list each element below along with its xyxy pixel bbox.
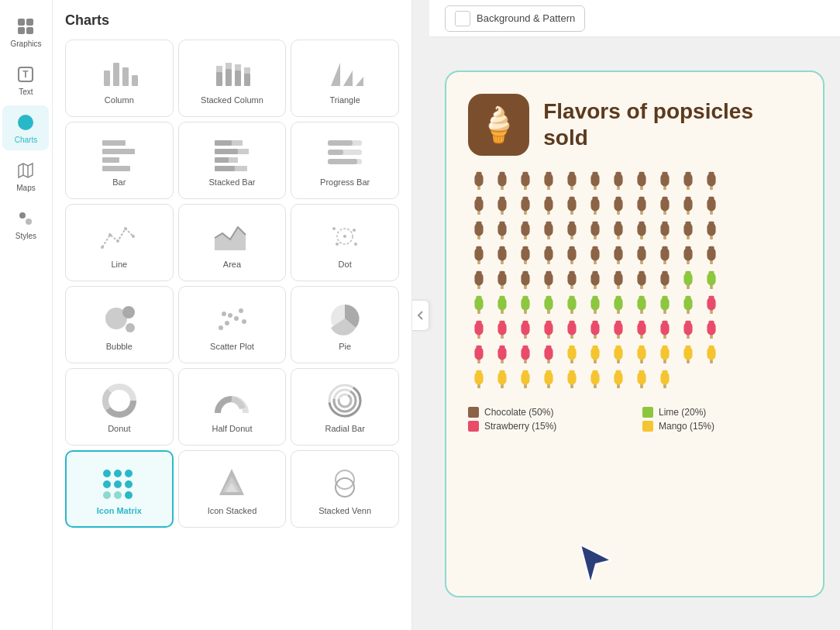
tile-stacked-column[interactable]: Stacked Column bbox=[178, 40, 287, 117]
tile-scatter-plot[interactable]: Scatter Plot bbox=[178, 286, 287, 363]
svg-rect-269 bbox=[567, 297, 576, 310]
sidebar-item-text[interactable]: T Text bbox=[2, 57, 49, 102]
svg-rect-113 bbox=[637, 173, 645, 186]
svg-rect-302 bbox=[567, 322, 576, 335]
svg-rect-105 bbox=[569, 171, 574, 174]
svg-rect-144 bbox=[615, 196, 621, 199]
background-pattern-button[interactable]: Background & Pattern bbox=[445, 5, 585, 32]
svg-rect-11 bbox=[104, 71, 110, 86]
tile-pie[interactable]: Pie bbox=[291, 286, 399, 363]
tile-donut[interactable]: Donut bbox=[65, 368, 174, 446]
svg-rect-224 bbox=[474, 272, 483, 285]
collapse-panel-button[interactable] bbox=[412, 300, 429, 331]
svg-rect-171 bbox=[569, 221, 574, 224]
svg-rect-282 bbox=[662, 295, 667, 298]
svg-point-44 bbox=[101, 246, 104, 249]
tile-half-donut[interactable]: Half Donut bbox=[178, 368, 287, 446]
svg-point-89 bbox=[336, 470, 354, 489]
svg-rect-147 bbox=[639, 196, 644, 199]
tile-column[interactable]: Column bbox=[65, 40, 174, 117]
svg-rect-0 bbox=[18, 19, 25, 26]
tile-bubble[interactable]: Bubble bbox=[65, 286, 174, 363]
half-donut-chart-icon bbox=[213, 382, 250, 419]
svg-point-46 bbox=[116, 239, 119, 243]
svg-rect-137 bbox=[567, 198, 576, 211]
tile-icon-matrix[interactable]: Icon Matrix bbox=[65, 450, 174, 528]
svg-rect-264 bbox=[522, 295, 528, 298]
svg-point-48 bbox=[132, 235, 135, 238]
svg-rect-200 bbox=[544, 247, 553, 260]
svg-rect-336 bbox=[569, 345, 574, 348]
svg-rect-365 bbox=[544, 371, 553, 384]
svg-rect-251 bbox=[683, 272, 692, 285]
icon-matrix-chart-icon bbox=[101, 464, 138, 501]
svg-rect-161 bbox=[497, 222, 506, 236]
sidebar-item-label-graphics: Graphics bbox=[10, 40, 41, 48]
tile-label-triangle: Triangle bbox=[329, 95, 360, 105]
sidebar-item-maps[interactable]: Maps bbox=[2, 153, 49, 198]
tile-label-dot: Dot bbox=[339, 260, 352, 269]
svg-rect-363 bbox=[522, 370, 528, 373]
svg-rect-209 bbox=[614, 247, 622, 260]
tile-stacked-bar[interactable]: Stacked Bar bbox=[178, 122, 287, 199]
svg-rect-290 bbox=[474, 322, 483, 335]
svg-rect-257 bbox=[474, 297, 483, 310]
svg-rect-329 bbox=[521, 346, 529, 360]
tile-progress-bar[interactable]: Progress Bar bbox=[291, 122, 399, 199]
svg-rect-240 bbox=[592, 270, 597, 274]
svg-rect-275 bbox=[614, 297, 622, 310]
stacked-venn-chart-icon bbox=[326, 464, 363, 501]
charts-icon bbox=[15, 112, 36, 133]
svg-rect-107 bbox=[590, 173, 599, 186]
tile-radial-bar[interactable]: Radial Bar bbox=[291, 368, 399, 446]
tile-label-radial-bar: Radial Bar bbox=[325, 424, 364, 433]
svg-rect-2 bbox=[18, 27, 25, 34]
svg-rect-132 bbox=[522, 196, 528, 199]
svg-rect-227 bbox=[497, 272, 506, 285]
sidebar-item-styles[interactable]: Styles bbox=[2, 201, 49, 246]
tile-triangle[interactable]: Triangle bbox=[291, 40, 399, 117]
sidebar-item-label-styles: Styles bbox=[15, 232, 36, 240]
tile-bar[interactable]: Bar bbox=[65, 122, 174, 199]
svg-point-55 bbox=[353, 229, 356, 232]
svg-rect-36 bbox=[215, 166, 235, 171]
svg-rect-303 bbox=[569, 320, 574, 323]
svg-rect-377 bbox=[637, 371, 645, 384]
svg-rect-338 bbox=[590, 346, 599, 360]
tile-stacked-venn[interactable]: Stacked Venn bbox=[291, 450, 399, 528]
svg-rect-228 bbox=[499, 270, 504, 274]
column-chart-icon bbox=[101, 53, 138, 91]
styles-icon bbox=[15, 208, 36, 229]
sidebar-item-label-text: Text bbox=[19, 88, 33, 96]
tile-icon-stacked[interactable]: Icon Stacked bbox=[178, 450, 287, 528]
tile-line[interactable]: Line bbox=[65, 204, 174, 281]
sidebar-item-graphics[interactable]: Graphics bbox=[2, 9, 49, 54]
legend-dot-mango bbox=[642, 421, 653, 432]
svg-rect-267 bbox=[546, 295, 551, 298]
svg-rect-252 bbox=[685, 270, 690, 274]
svg-rect-356 bbox=[474, 371, 483, 384]
sidebar-item-charts[interactable]: Charts bbox=[2, 105, 49, 150]
svg-rect-285 bbox=[685, 295, 690, 298]
svg-rect-348 bbox=[662, 345, 667, 348]
svg-rect-152 bbox=[683, 198, 692, 211]
tile-dot[interactable]: Dot bbox=[291, 204, 399, 281]
line-chart-icon bbox=[101, 218, 138, 255]
svg-rect-347 bbox=[660, 346, 669, 360]
svg-rect-149 bbox=[660, 198, 669, 211]
svg-rect-291 bbox=[476, 320, 481, 323]
pie-chart-icon bbox=[326, 300, 363, 337]
svg-rect-110 bbox=[614, 173, 622, 186]
svg-rect-317 bbox=[683, 322, 692, 335]
svg-rect-29 bbox=[102, 166, 130, 171]
svg-rect-189 bbox=[708, 221, 714, 224]
svg-rect-225 bbox=[476, 270, 481, 274]
svg-rect-99 bbox=[522, 171, 528, 174]
svg-rect-278 bbox=[637, 297, 645, 310]
canvas-area: Background & Pattern 🍦 Flavors of popsic… bbox=[429, 0, 840, 630]
panel-title: Charts bbox=[65, 12, 399, 29]
svg-rect-186 bbox=[685, 221, 690, 224]
tile-area[interactable]: Area bbox=[178, 204, 287, 281]
svg-rect-30 bbox=[215, 140, 232, 146]
svg-point-79 bbox=[125, 470, 133, 477]
